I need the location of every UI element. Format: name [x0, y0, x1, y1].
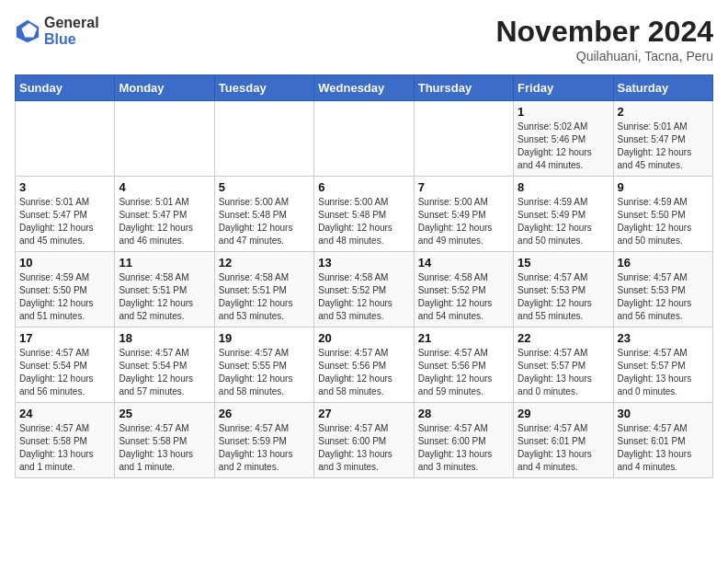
day-number: 6	[318, 180, 409, 194]
calendar-cell: 12Sunrise: 4:58 AMSunset: 5:51 PMDayligh…	[214, 252, 313, 327]
calendar-cell: 25Sunrise: 4:57 AMSunset: 5:58 PMDayligh…	[115, 403, 214, 478]
day-detail: Sunrise: 4:59 AMSunset: 5:50 PMDaylight:…	[19, 271, 110, 323]
day-number: 17	[19, 331, 110, 345]
day-number: 13	[318, 256, 409, 270]
day-number: 2	[618, 105, 709, 119]
calendar-cell: 21Sunrise: 4:57 AMSunset: 5:56 PMDayligh…	[414, 327, 513, 403]
calendar-cell: 24Sunrise: 4:57 AMSunset: 5:58 PMDayligh…	[16, 403, 115, 478]
day-detail: Sunrise: 4:57 AMSunset: 5:54 PMDaylight:…	[119, 347, 210, 398]
day-number: 9	[618, 180, 709, 194]
calendar-cell: 13Sunrise: 4:58 AMSunset: 5:52 PMDayligh…	[314, 252, 414, 327]
day-detail: Sunrise: 4:57 AMSunset: 5:56 PMDaylight:…	[318, 347, 409, 398]
day-detail: Sunrise: 5:01 AMSunset: 5:47 PMDaylight:…	[618, 121, 709, 172]
calendar-table: SundayMondayTuesdayWednesdayThursdayFrid…	[15, 75, 713, 478]
weekday-header-saturday: Saturday	[613, 75, 712, 101]
calendar-cell: 7Sunrise: 5:00 AMSunset: 5:49 PMDaylight…	[414, 177, 513, 252]
day-number: 19	[219, 331, 310, 345]
day-number: 24	[19, 407, 110, 420]
calendar-cell: 5Sunrise: 5:00 AMSunset: 5:48 PMDaylight…	[214, 177, 313, 252]
day-number: 29	[518, 407, 609, 420]
day-detail: Sunrise: 4:58 AMSunset: 5:52 PMDaylight:…	[318, 271, 409, 323]
day-detail: Sunrise: 4:57 AMSunset: 6:01 PMDaylight:…	[518, 422, 609, 474]
title-area: November 2024 Quilahuani, Tacna, Peru	[495, 15, 713, 63]
weekday-header-thursday: Thursday	[414, 75, 513, 101]
calendar-cell: 20Sunrise: 4:57 AMSunset: 5:56 PMDayligh…	[314, 327, 414, 403]
weekday-header-tuesday: Tuesday	[214, 75, 313, 101]
week-row-5: 24Sunrise: 4:57 AMSunset: 5:58 PMDayligh…	[16, 403, 713, 478]
weekday-header-row: SundayMondayTuesdayWednesdayThursdayFrid…	[16, 75, 713, 101]
logo-blue: Blue	[44, 31, 99, 48]
calendar-cell: 3Sunrise: 5:01 AMSunset: 5:47 PMDaylight…	[16, 177, 115, 252]
calendar-cell: 28Sunrise: 4:57 AMSunset: 6:00 PMDayligh…	[414, 403, 513, 478]
weekday-header-friday: Friday	[514, 75, 613, 101]
day-detail: Sunrise: 5:00 AMSunset: 5:48 PMDaylight:…	[219, 196, 310, 247]
day-number: 15	[518, 256, 609, 270]
calendar-cell: 8Sunrise: 4:59 AMSunset: 5:49 PMDaylight…	[514, 177, 613, 252]
page-header: General Blue November 2024 Quilahuani, T…	[15, 15, 713, 63]
day-number: 23	[618, 331, 709, 345]
day-number: 10	[19, 256, 110, 270]
day-detail: Sunrise: 4:57 AMSunset: 5:53 PMDaylight:…	[518, 271, 609, 323]
calendar-cell: 14Sunrise: 4:58 AMSunset: 5:52 PMDayligh…	[414, 252, 513, 327]
day-detail: Sunrise: 5:01 AMSunset: 5:47 PMDaylight:…	[19, 196, 110, 247]
day-number: 5	[219, 180, 310, 194]
day-detail: Sunrise: 4:57 AMSunset: 5:56 PMDaylight:…	[418, 347, 509, 398]
day-number: 14	[418, 256, 509, 270]
week-row-1: 1Sunrise: 5:02 AMSunset: 5:46 PMDaylight…	[16, 101, 713, 177]
day-number: 26	[219, 407, 310, 420]
calendar-cell: 10Sunrise: 4:59 AMSunset: 5:50 PMDayligh…	[16, 252, 115, 327]
day-detail: Sunrise: 4:57 AMSunset: 6:01 PMDaylight:…	[618, 422, 709, 474]
day-detail: Sunrise: 4:57 AMSunset: 5:54 PMDaylight:…	[19, 347, 110, 398]
day-number: 4	[119, 180, 210, 194]
day-detail: Sunrise: 4:57 AMSunset: 5:55 PMDaylight:…	[219, 347, 310, 398]
calendar-cell: 30Sunrise: 4:57 AMSunset: 6:01 PMDayligh…	[613, 403, 712, 478]
day-detail: Sunrise: 4:57 AMSunset: 5:57 PMDaylight:…	[518, 347, 609, 398]
day-number: 12	[219, 256, 310, 270]
calendar-cell: 27Sunrise: 4:57 AMSunset: 6:00 PMDayligh…	[314, 403, 414, 478]
day-number: 18	[119, 331, 210, 345]
logo-icon	[15, 18, 40, 44]
day-detail: Sunrise: 4:57 AMSunset: 5:57 PMDaylight:…	[618, 347, 709, 398]
day-number: 28	[418, 407, 509, 420]
calendar-cell: 16Sunrise: 4:57 AMSunset: 5:53 PMDayligh…	[613, 252, 712, 327]
calendar-cell: 15Sunrise: 4:57 AMSunset: 5:53 PMDayligh…	[514, 252, 613, 327]
logo: General Blue	[15, 15, 99, 47]
calendar-cell	[214, 101, 313, 177]
day-number: 16	[618, 256, 709, 270]
day-detail: Sunrise: 4:57 AMSunset: 5:58 PMDaylight:…	[19, 422, 110, 474]
day-detail: Sunrise: 4:58 AMSunset: 5:51 PMDaylight:…	[219, 271, 310, 323]
calendar-cell: 29Sunrise: 4:57 AMSunset: 6:01 PMDayligh…	[514, 403, 613, 478]
day-detail: Sunrise: 4:59 AMSunset: 5:50 PMDaylight:…	[618, 196, 709, 247]
day-number: 3	[19, 180, 110, 194]
day-detail: Sunrise: 4:57 AMSunset: 6:00 PMDaylight:…	[318, 422, 409, 474]
day-number: 1	[518, 105, 609, 119]
day-detail: Sunrise: 4:58 AMSunset: 5:51 PMDaylight:…	[119, 271, 210, 323]
calendar-cell: 11Sunrise: 4:58 AMSunset: 5:51 PMDayligh…	[115, 252, 214, 327]
weekday-header-wednesday: Wednesday	[314, 75, 414, 101]
weekday-header-sunday: Sunday	[16, 75, 115, 101]
calendar-cell	[414, 101, 513, 177]
calendar-cell	[115, 101, 214, 177]
day-number: 25	[119, 407, 210, 420]
week-row-4: 17Sunrise: 4:57 AMSunset: 5:54 PMDayligh…	[16, 327, 713, 403]
month-title: November 2024	[495, 15, 713, 49]
logo-general: General	[44, 15, 99, 31]
day-number: 20	[318, 331, 409, 345]
day-detail: Sunrise: 4:59 AMSunset: 5:49 PMDaylight:…	[518, 196, 609, 247]
calendar-cell: 18Sunrise: 4:57 AMSunset: 5:54 PMDayligh…	[115, 327, 214, 403]
calendar-cell: 1Sunrise: 5:02 AMSunset: 5:46 PMDaylight…	[514, 101, 613, 177]
day-number: 22	[518, 331, 609, 345]
day-number: 21	[418, 331, 509, 345]
day-detail: Sunrise: 4:58 AMSunset: 5:52 PMDaylight:…	[418, 271, 509, 323]
day-detail: Sunrise: 5:00 AMSunset: 5:49 PMDaylight:…	[418, 196, 509, 247]
day-detail: Sunrise: 5:01 AMSunset: 5:47 PMDaylight:…	[119, 196, 210, 247]
day-detail: Sunrise: 4:57 AMSunset: 5:58 PMDaylight:…	[119, 422, 210, 474]
calendar-cell: 6Sunrise: 5:00 AMSunset: 5:48 PMDaylight…	[314, 177, 414, 252]
day-number: 8	[518, 180, 609, 194]
week-row-2: 3Sunrise: 5:01 AMSunset: 5:47 PMDaylight…	[16, 177, 713, 252]
location-subtitle: Quilahuani, Tacna, Peru	[495, 49, 713, 63]
day-number: 7	[418, 180, 509, 194]
calendar-cell: 23Sunrise: 4:57 AMSunset: 5:57 PMDayligh…	[613, 327, 712, 403]
weekday-header-monday: Monday	[115, 75, 214, 101]
day-detail: Sunrise: 5:02 AMSunset: 5:46 PMDaylight:…	[518, 121, 609, 172]
